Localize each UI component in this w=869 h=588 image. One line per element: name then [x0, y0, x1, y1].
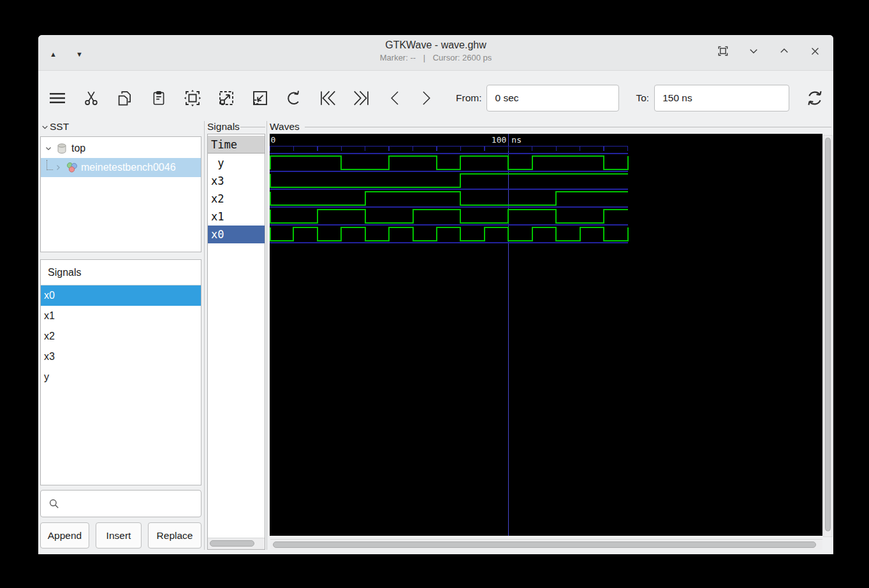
signal-row-x0[interactable]: x0: [208, 226, 265, 243]
signal-search-box[interactable]: [40, 490, 201, 517]
name-column-scrollbar[interactable]: [208, 538, 265, 549]
copy-icon[interactable]: [115, 88, 135, 108]
chevron-down-icon[interactable]: [45, 145, 54, 152]
to-input[interactable]: [654, 85, 789, 111]
marker-status: Marker: --: [380, 53, 416, 62]
cut-icon[interactable]: [81, 88, 101, 108]
gtkwave-window: ▲ ▼ GTKWave - wave.ghw Marker: -- | Curs…: [38, 35, 833, 554]
waves-frame-line: [305, 127, 831, 127]
maximize-icon[interactable]: [777, 44, 791, 58]
wave-vertical-scrollbar[interactable]: [823, 135, 833, 537]
from-input[interactable]: [486, 85, 619, 111]
tree-child-label[interactable]: meinetestbench0046: [81, 162, 176, 173]
pane-separator-left[interactable]: [204, 121, 205, 550]
signal-row-y[interactable]: y: [208, 154, 265, 172]
svg-text:0: 0: [271, 135, 276, 145]
zoom-fit-icon[interactable]: [182, 88, 203, 108]
sst-collapse-icon[interactable]: [41, 123, 49, 131]
replace-button[interactable]: Replace: [148, 522, 201, 549]
from-label: From:: [456, 92, 481, 104]
menu-icon[interactable]: [47, 88, 68, 108]
module-icon: [66, 161, 78, 174]
reload-icon[interactable]: [805, 88, 825, 108]
signal-name-column: Time y x3 x2 x1 x0: [207, 134, 265, 550]
cursor-status: Cursor: 2600 ps: [433, 53, 492, 62]
tree-connector: [47, 160, 53, 170]
list-item[interactable]: y: [41, 367, 201, 387]
tree-row-top[interactable]: top: [41, 139, 201, 158]
chevron-right-icon[interactable]: [54, 164, 63, 171]
append-button[interactable]: Append: [40, 522, 89, 549]
scrollbar-thumb[interactable]: [210, 540, 254, 547]
subtitle-separator: |: [423, 53, 425, 62]
tree-row-testbench[interactable]: meinetestbench0046: [41, 158, 201, 177]
signal-action-buttons: Append Insert Replace: [40, 522, 201, 549]
signal-row-x3[interactable]: x3: [208, 172, 265, 190]
close-icon[interactable]: [808, 44, 822, 58]
sst-tree: top meinetestbench0046: [40, 136, 201, 252]
waveform-plot: 0100ns: [270, 134, 822, 536]
shift-right-icon[interactable]: [416, 88, 436, 108]
zoom-out-icon[interactable]: [250, 88, 270, 108]
shift-left-icon[interactable]: [385, 88, 405, 108]
wave-canvas[interactable]: 0100ns: [270, 134, 822, 536]
minimize-icon[interactable]: [747, 44, 761, 58]
signals-list-header: Signals: [41, 260, 201, 285]
search-icon: [48, 498, 60, 510]
fullscreen-icon[interactable]: [716, 44, 730, 58]
list-item[interactable]: x1: [41, 306, 201, 326]
pane-separator-right[interactable]: [267, 121, 267, 550]
signal-row-x1[interactable]: x1: [208, 208, 265, 226]
titlebar: ▲ ▼ GTKWave - wave.ghw Marker: -- | Curs…: [38, 35, 833, 71]
undo-icon[interactable]: [284, 88, 304, 108]
search-input[interactable]: [65, 494, 201, 514]
list-item[interactable]: x0: [41, 285, 201, 306]
time-column-header[interactable]: Time: [208, 136, 265, 154]
window-subtitle: Marker: -- | Cursor: 2600 ps: [38, 53, 833, 62]
paste-icon[interactable]: [149, 88, 169, 108]
go-to-start-icon[interactable]: [318, 88, 338, 108]
svg-text:ns: ns: [511, 135, 522, 145]
signals-frame-line: [240, 127, 265, 127]
wave-horizontal-scrollbar[interactable]: [270, 539, 822, 550]
list-item[interactable]: x3: [41, 347, 201, 367]
svg-text:100: 100: [492, 135, 506, 145]
tree-root-label[interactable]: top: [71, 143, 85, 154]
scrollbar-thumb[interactable]: [825, 138, 831, 531]
scrollbar-thumb[interactable]: [273, 541, 816, 548]
go-to-end-icon[interactable]: [351, 88, 372, 108]
insert-button[interactable]: Insert: [96, 522, 142, 549]
database-icon: [56, 143, 68, 154]
to-label: To:: [636, 92, 649, 104]
sst-signals-list: Signals x0 x1 x2 x3 y: [40, 259, 201, 485]
sst-frame-label: SST: [50, 121, 69, 133]
list-item[interactable]: x2: [41, 326, 201, 347]
waves-frame-label: Waves: [270, 121, 300, 133]
signals-frame-label: Signals: [207, 121, 240, 133]
window-title: GTKWave - wave.ghw: [38, 39, 833, 51]
zoom-in-icon[interactable]: [216, 88, 237, 108]
signal-row-x2[interactable]: x2: [208, 190, 265, 208]
toolbar: From: To:: [38, 75, 833, 121]
